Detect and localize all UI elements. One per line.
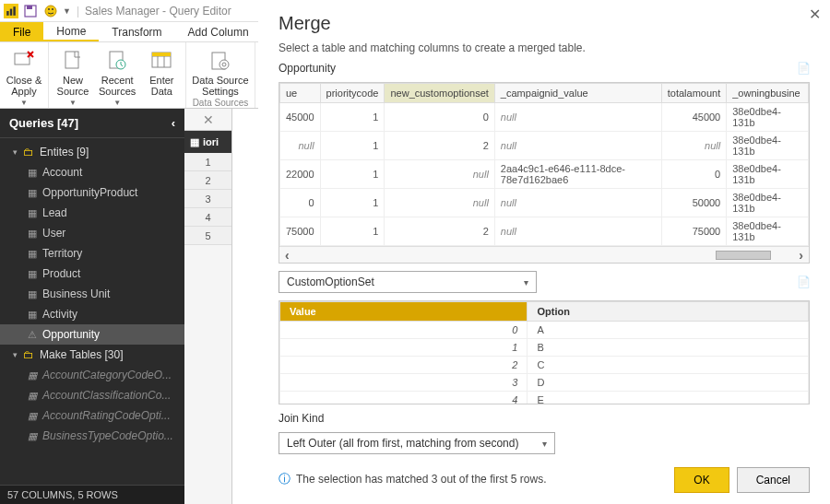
table-icon: ▦ — [28, 207, 37, 219]
data-source-settings-button[interactable]: Data Source Settings — [192, 44, 248, 97]
dropdown-arrow-icon: ▼ — [113, 99, 121, 107]
col-header[interactable]: new_customoptionset — [385, 84, 494, 103]
table-icon: ▦ — [28, 187, 37, 199]
status-bar: 57 COLUMNS, 5 ROWS — [0, 485, 184, 504]
svg-point-7 — [52, 8, 53, 10]
tab-home[interactable]: Home — [43, 22, 99, 41]
separator: | — [77, 5, 79, 18]
table-row[interactable]: 220001null2aa4c9c1-e646-e111-8dce-78e7d1… — [280, 160, 809, 189]
scroll-left-icon[interactable]: ‹ — [285, 248, 290, 263]
scroll-right-icon[interactable]: › — [799, 248, 803, 263]
recent-sources-button[interactable]: Recent Sources ▼ — [99, 44, 136, 107]
cancel-button[interactable]: Cancel — [737, 467, 810, 493]
row-header[interactable]: 2 — [184, 171, 231, 190]
query-item-user[interactable]: ▦User — [0, 223, 184, 243]
col-header[interactable]: _campaignid_value — [494, 84, 661, 103]
caret-down-icon: ▾ — [13, 147, 18, 157]
close-preview-icon[interactable]: ✕ — [184, 109, 231, 131]
table-icon: ▦ — [28, 167, 37, 179]
folder-icon: 🗀 — [23, 146, 34, 158]
opportunity-table[interactable]: ueprioritycodenew_customoptionset_campai… — [279, 82, 810, 264]
ribbon-group-datasources-caption: Data Sources — [192, 97, 248, 109]
tab-file[interactable]: File — [0, 22, 43, 41]
query-item[interactable]: ▦AccountClassificationCo... — [0, 385, 184, 405]
row-header[interactable]: 1 — [184, 153, 231, 171]
table-options-icon[interactable] — [797, 275, 810, 288]
dropdown-arrow-icon: ▼ — [20, 99, 28, 107]
col-header-option[interactable]: Option — [528, 302, 809, 322]
tab-add-column[interactable]: Add Column — [175, 22, 262, 41]
row-header[interactable]: 4 — [184, 208, 231, 227]
tab-transform[interactable]: Transform — [99, 22, 174, 41]
preview-tab[interactable]: ▦ iori — [184, 131, 231, 153]
table-icon: ▦ — [190, 136, 199, 148]
save-icon[interactable] — [22, 3, 39, 19]
query-item-opportunity[interactable]: ⚠Opportunity — [0, 324, 184, 345]
queries-header-label: Queries [47] — [9, 116, 78, 130]
table-icon: ▦ — [28, 390, 37, 402]
joinkind-label: Join Kind — [279, 412, 810, 425]
folder-make-tables[interactable]: ▾ 🗀 Make Tables [30] — [0, 345, 184, 365]
query-item-product[interactable]: ▦Product — [0, 264, 184, 284]
query-item-territory[interactable]: ▦Territory — [0, 243, 184, 264]
optionset-table[interactable]: Value Option 0A1B2C3D4E — [279, 300, 810, 404]
queries-pane: Queries [47] ‹ ▾ 🗀 Entites [9] ▦Account▦… — [0, 109, 184, 504]
collapse-pane-icon[interactable]: ‹ — [172, 116, 175, 130]
new-source-button[interactable]: New Source ▼ — [54, 44, 91, 107]
query-item-activity[interactable]: ▦Activity — [0, 304, 184, 324]
col-header[interactable]: totalamount — [661, 84, 726, 103]
table-row[interactable]: 4E — [280, 392, 809, 405]
row-header[interactable]: 3 — [184, 190, 231, 208]
table-icon: ▦ — [28, 309, 37, 321]
table-row[interactable]: 0A — [280, 322, 809, 339]
close-dialog-icon[interactable]: ✕ — [809, 6, 821, 23]
col-header[interactable]: _owningbusine — [727, 84, 809, 103]
joinkind-dropdown[interactable]: Left Outer (all from first, matching fro… — [279, 432, 555, 454]
table-row[interactable]: 3D — [280, 374, 809, 392]
queries-tree[interactable]: ▾ 🗀 Entites [9] ▦Account▦OpportunityProd… — [0, 138, 184, 485]
ok-button[interactable]: OK — [674, 467, 729, 493]
table-options-icon[interactable] — [797, 62, 810, 75]
query-item-lead[interactable]: ▦Lead — [0, 203, 184, 223]
table-icon: ▦ — [28, 268, 37, 280]
table-row[interactable]: null12nullnull38e0dbe4-131b — [280, 132, 809, 160]
table-row[interactable]: 01nullnull5000038e0dbe4-131b — [280, 189, 809, 217]
enter-data-button[interactable]: Enter Data — [143, 44, 180, 97]
smiley-icon[interactable] — [42, 3, 59, 19]
horizontal-scrollbar[interactable]: ‹ › — [279, 246, 809, 263]
row-header[interactable]: 5 — [184, 227, 231, 245]
svg-rect-0 — [6, 11, 8, 16]
table-row[interactable]: 1B — [280, 339, 809, 357]
svg-point-5 — [45, 6, 56, 17]
table-row[interactable]: 7500012null7500038e0dbe4-131b — [280, 217, 809, 246]
table-icon: ▦ — [28, 369, 37, 381]
close-apply-button[interactable]: Close & Apply ▼ — [6, 44, 42, 107]
svg-rect-8 — [15, 53, 30, 64]
col-header-value[interactable]: Value — [280, 302, 528, 322]
table-row[interactable]: 2C — [280, 357, 809, 374]
chevron-down-icon: ▾ — [542, 439, 547, 449]
gear-icon — [210, 48, 231, 74]
query-item-opportunityproduct[interactable]: ▦OpportunityProduct — [0, 182, 184, 203]
table-select-dropdown[interactable]: CustomOptionSet ▾ — [279, 271, 537, 293]
folder-icon: 🗀 — [23, 348, 34, 361]
table-icon: ▦ — [28, 410, 37, 422]
section-opportunity-label: Opportunity — [279, 62, 336, 75]
col-header[interactable]: prioritycode — [320, 84, 385, 103]
folder-entities[interactable]: ▾ 🗀 Entites [9] — [0, 142, 184, 162]
svg-rect-1 — [10, 8, 12, 15]
query-item-account[interactable]: ▦Account — [0, 162, 184, 182]
caret-down-icon: ▾ — [13, 350, 18, 359]
query-item[interactable]: ▦BusinessTypeCodeOptio... — [0, 426, 184, 446]
svg-rect-16 — [152, 53, 171, 56]
query-item[interactable]: ▦AccountRatingCodeOpti... — [0, 405, 184, 426]
col-header[interactable]: ue — [280, 84, 321, 103]
chevron-down-icon: ▾ — [524, 277, 528, 287]
dialog-subtitle: Select a table and matching columns to c… — [279, 41, 810, 54]
scrollbar-thumb[interactable] — [716, 251, 771, 260]
query-item[interactable]: ▦AccountCategoryCodeO... — [0, 365, 184, 385]
table-icon: ▦ — [28, 430, 37, 442]
query-item-business unit[interactable]: ▦Business Unit — [0, 284, 184, 304]
table-row[interactable]: 4500010null4500038e0dbe4-131b — [280, 103, 809, 132]
svg-rect-4 — [27, 6, 32, 9]
